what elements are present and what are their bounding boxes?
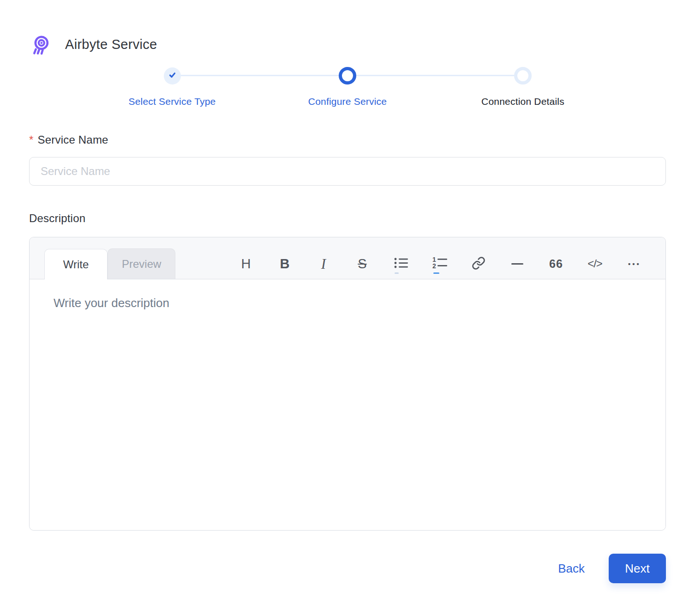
heading-icon: H (241, 257, 251, 271)
more-options-button[interactable]: ••• (626, 254, 641, 274)
bold-button[interactable]: B (277, 254, 293, 274)
service-name-label: *Service Name (29, 133, 666, 146)
heading-button[interactable]: H (238, 254, 254, 274)
back-button[interactable]: Back (558, 562, 585, 576)
description-editor: Write Preview H B I S (29, 237, 666, 531)
ellipsis-icon: ••• (626, 260, 641, 267)
ordered-list-button[interactable]: 1 2 (432, 254, 448, 274)
description-label: Description (29, 212, 666, 225)
link-button[interactable] (471, 254, 486, 274)
tab-write[interactable]: Write (44, 249, 108, 279)
tab-preview[interactable]: Preview (108, 248, 175, 279)
step-configure-service[interactable]: Configure Service (260, 66, 435, 107)
strikethrough-button[interactable]: S (354, 254, 370, 274)
required-asterisk: * (29, 133, 34, 146)
code-icon: </> (587, 258, 602, 269)
code-button[interactable]: </> (587, 254, 603, 274)
step-upcoming-circle[interactable] (514, 67, 532, 85)
step-label[interactable]: Connection Details (481, 96, 564, 107)
step-select-service-type[interactable]: Select Service Type (84, 66, 260, 107)
check-icon (168, 71, 177, 81)
bold-icon: B (280, 257, 290, 271)
horizontal-rule-icon (511, 263, 523, 265)
airbyte-logo-icon (29, 33, 51, 55)
quote-icon: 66 (549, 258, 563, 270)
italic-icon: I (321, 257, 326, 271)
description-textarea[interactable] (30, 279, 665, 530)
svg-text:2: 2 (432, 262, 436, 269)
bullet-list-indicator (395, 272, 399, 274)
italic-button[interactable]: I (316, 254, 331, 274)
bullet-list-icon (394, 257, 408, 270)
step-label[interactable]: Select Service Type (128, 96, 216, 107)
bullet-list-button[interactable] (393, 254, 409, 274)
ordered-list-indicator (433, 272, 439, 274)
service-name-input[interactable] (29, 157, 666, 186)
editor-tabs: Write Preview (44, 248, 175, 279)
airbyte-service-wizard: Airbyte Service Select Service Type (0, 0, 695, 616)
stepper: Select Service Type Configure Service Co… (84, 66, 611, 107)
step-active-circle[interactable] (339, 67, 356, 85)
step-completed-circle[interactable] (164, 67, 181, 85)
page-title: Airbyte Service (65, 37, 157, 52)
formatting-toolbar: H B I S (238, 248, 641, 279)
horizontal-rule-button[interactable] (509, 254, 525, 274)
step-connection-details[interactable]: Connection Details (435, 66, 611, 107)
next-button[interactable]: Next (609, 554, 666, 583)
step-label[interactable]: Configure Service (308, 96, 387, 107)
link-icon (472, 256, 485, 272)
strikethrough-icon: S (358, 257, 366, 271)
ordered-list-icon: 1 2 (432, 257, 447, 271)
page-header: Airbyte Service (29, 0, 666, 55)
quote-button[interactable]: 66 (548, 254, 564, 274)
footer-actions: Back Next (29, 554, 666, 583)
editor-toolbar: Write Preview H B I S (30, 237, 665, 279)
